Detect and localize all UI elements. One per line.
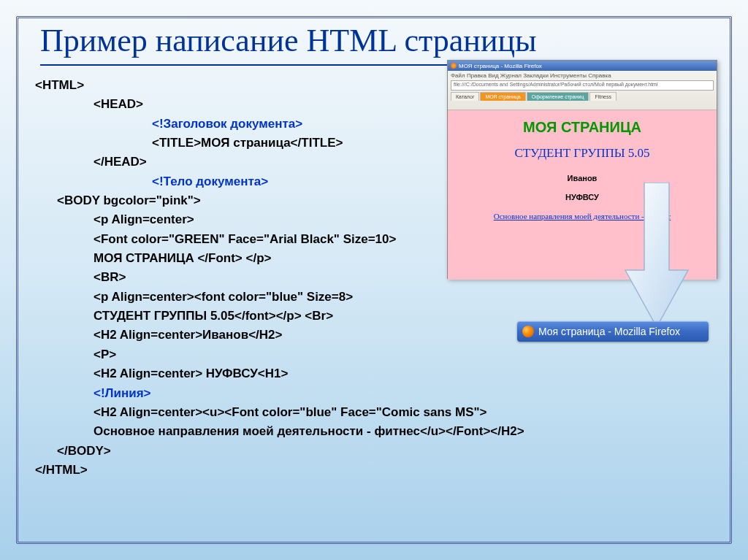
browser-tabbar: Каталог МОЯ страница Оформление страниц … xyxy=(451,92,714,101)
code-line: <BR> xyxy=(35,268,517,287)
code-line: <H2 Align=center>Иванов</H2> xyxy=(35,326,517,345)
browser-tab: Fitness xyxy=(589,92,617,101)
browser-tab-active: МОЯ страница xyxy=(480,92,525,101)
code-line: <HEAD> xyxy=(35,95,517,114)
code-line: <Font color="GREEN" Face="Arial Black" S… xyxy=(35,230,517,249)
preview-heading-main: МОЯ СТРАНИЦА xyxy=(448,119,717,136)
html-code-example: <HTML> <HEAD> <!Заголовок документа> <TI… xyxy=(35,76,517,480)
code-line: <H2 Align=center> НУФВСУ<H1> xyxy=(35,364,517,383)
browser-address-bar: file:///C:/Documents and Settings/Admini… xyxy=(451,80,714,91)
code-line: </BODY> xyxy=(35,442,517,461)
preview-heading-sub: СТУДЕНТ ГРУППЫ 5.05 xyxy=(448,146,717,161)
browser-titlebar: МОЯ страница - Mozilla Firefox xyxy=(448,61,717,71)
firefox-icon xyxy=(522,326,534,337)
code-line: <p Align=center> xyxy=(35,210,517,229)
browser-viewport: МОЯ СТРАНИЦА СТУДЕНТ ГРУППЫ 5.05 Иванов … xyxy=(448,110,717,280)
code-line: <BODY bgcolor="pink"> xyxy=(35,191,517,210)
code-line: </HEAD> xyxy=(35,153,517,172)
code-line: МОЯ СТРАНИЦА </Font> </p> xyxy=(35,249,517,268)
slide-title: Пример написание HTML страницы xyxy=(40,22,537,59)
code-line: СТУДЕНТ ГРУППЫ 5.05</font></p> <Br> xyxy=(35,307,517,326)
code-line: <!Тело документа> xyxy=(35,172,517,191)
code-line: <HTML> xyxy=(35,76,517,95)
taskbar-button[interactable]: Моя страница - Mozilla Firefox xyxy=(517,321,709,342)
preview-text: НУФВСУ xyxy=(448,193,717,202)
browser-tab: Каталог xyxy=(451,92,479,101)
firefox-icon xyxy=(451,63,457,69)
code-line: <H2 Align=center><u><Font color="blue" F… xyxy=(35,403,517,422)
code-line: <TITLE>МОЯ страница</TITLE> xyxy=(35,134,517,153)
preview-link: Основное направления моей деятельности -… xyxy=(448,212,717,220)
browser-chrome: МОЯ страница - Mozilla Firefox Файл Прав… xyxy=(448,61,717,110)
browser-preview-window: МОЯ страница - Mozilla Firefox Файл Прав… xyxy=(447,60,717,279)
code-line: <P> xyxy=(35,345,517,364)
browser-tab: Оформление страниц xyxy=(527,92,589,101)
taskbar-button-label: Моя страница - Mozilla Firefox xyxy=(538,326,680,337)
code-line: <!Заголовок документа> xyxy=(35,115,517,134)
browser-window-title: МОЯ страница - Mozilla Firefox xyxy=(459,63,542,69)
preview-text: Иванов xyxy=(448,174,717,183)
code-line: Основное направления моей деятельности -… xyxy=(35,422,517,441)
code-line: <!Линия> xyxy=(35,384,517,403)
code-line: <p Align=center><font color="blue" Size=… xyxy=(35,288,517,307)
browser-menu: Файл Правка Вид Журнал Закладки Инструме… xyxy=(451,72,714,79)
code-line: </HTML> xyxy=(35,461,517,480)
